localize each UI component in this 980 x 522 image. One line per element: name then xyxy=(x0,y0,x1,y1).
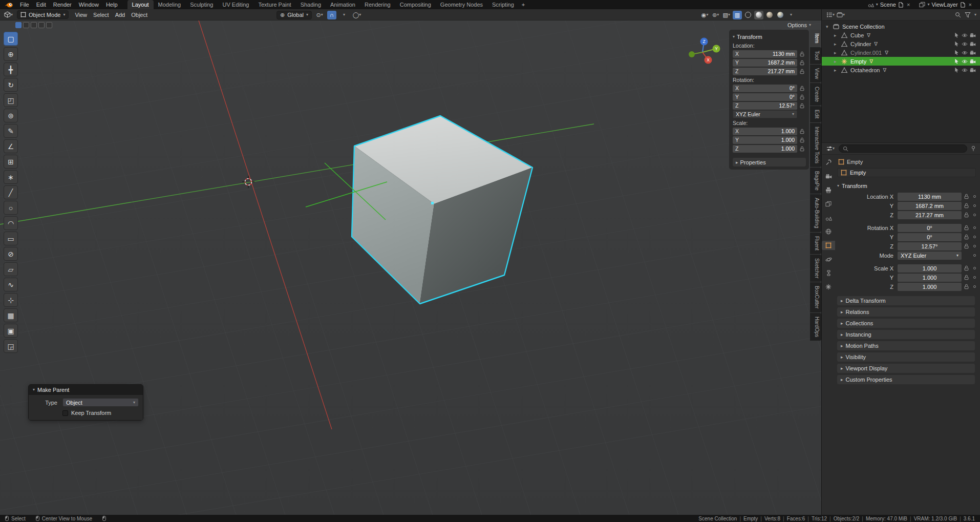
expand-arrow-icon[interactable]: ▸ xyxy=(834,68,839,73)
viewport-canvas[interactable]: Z Y X xyxy=(0,20,821,515)
lock-icon[interactable] xyxy=(964,243,971,249)
unlink-scene-button[interactable]: × xyxy=(906,2,911,8)
show-gizmo-button[interactable]: ⊚▾ xyxy=(711,11,720,19)
shading-rendered-button[interactable] xyxy=(776,11,785,19)
shading-settings-button[interactable]: ▾ xyxy=(786,11,796,19)
pivot-point-button[interactable]: ⊙▾ xyxy=(315,11,324,19)
workspace-tab[interactable]: Texture Paint xyxy=(253,0,295,9)
proportional-editing-button[interactable]: ◯▾ xyxy=(352,11,362,19)
selectable-icon[interactable] xyxy=(954,50,960,55)
lock-icon[interactable] xyxy=(799,146,806,152)
remove-view-layer-button[interactable]: × xyxy=(968,2,973,8)
animate-dot[interactable] xyxy=(973,245,976,247)
workspace-tab[interactable]: Sculpting xyxy=(185,0,218,9)
render-visibility-camera-icon[interactable] xyxy=(970,67,976,73)
select-mode-new[interactable] xyxy=(15,22,22,28)
sidebar-tab[interactable]: Interactive Tools xyxy=(810,123,821,167)
hide-eye-icon[interactable] xyxy=(962,32,968,38)
tab-view-layer[interactable] xyxy=(822,199,835,208)
make-parent-header[interactable]: ▾ Make Parent xyxy=(29,385,143,395)
collapsed-panel[interactable]: ▸ Relations xyxy=(837,307,975,317)
animate-dot[interactable] xyxy=(973,254,976,257)
workspace-tab[interactable]: Compositing xyxy=(395,0,436,9)
transform-orientation-dropdown[interactable]: ⊕ Global ▾ xyxy=(276,11,312,19)
workspace-tab[interactable]: UV Editing xyxy=(218,0,253,9)
animate-dot[interactable] xyxy=(973,267,976,269)
lock-icon[interactable] xyxy=(799,129,806,134)
workspace-tab[interactable]: Rendering xyxy=(360,0,395,9)
collapsed-panel[interactable]: ▸ Motion Paths xyxy=(837,341,975,350)
new-view-layer-icon[interactable] xyxy=(960,2,966,8)
render-visibility-camera-icon[interactable] xyxy=(970,50,976,56)
number-field[interactable]: Z 217.27 mm xyxy=(733,68,797,75)
menu-item[interactable]: Help xyxy=(102,2,121,8)
property-value-field[interactable]: 1.000 ▾ xyxy=(898,274,962,282)
new-scene-icon[interactable] xyxy=(898,2,904,8)
number-field[interactable]: X 1.000 xyxy=(733,128,797,135)
lock-icon[interactable] xyxy=(964,203,971,208)
sidebar-tab[interactable]: Fluent xyxy=(810,233,821,254)
add-workspace-button[interactable]: + xyxy=(519,0,528,9)
mode-dropdown[interactable]: Object Mode ▾ xyxy=(17,10,69,19)
properties-collapsed-panel[interactable]: ▸ Properties xyxy=(733,158,806,166)
number-field[interactable]: Y 1687.2 mm xyxy=(733,59,797,67)
animate-dot[interactable] xyxy=(973,285,976,288)
collapsed-panel[interactable]: ▸ Custom Properties xyxy=(837,375,975,384)
object-name-field[interactable]: Empty xyxy=(837,168,976,177)
animate-dot[interactable] xyxy=(973,195,976,198)
workplane-tool[interactable]: ⊹ xyxy=(4,293,18,307)
hide-eye-icon[interactable] xyxy=(962,50,968,56)
pin-icon[interactable] xyxy=(970,145,976,152)
collapsed-panel[interactable]: ▸ Viewport Display xyxy=(837,364,975,373)
lock-icon[interactable] xyxy=(799,86,806,91)
workspace-tab[interactable]: Modeling xyxy=(154,0,186,9)
property-value-field[interactable]: 1.000 ▾ xyxy=(898,283,962,291)
transform-tool[interactable]: ⊚ xyxy=(4,109,18,122)
blender-logo-icon[interactable] xyxy=(4,2,13,8)
menu-item[interactable]: File xyxy=(16,2,33,8)
number-field[interactable]: Y 0° xyxy=(733,93,797,101)
sidebar-tab[interactable]: Edit xyxy=(810,106,821,122)
lock-icon[interactable] xyxy=(964,275,971,280)
property-value-field[interactable]: 12.57° ▾ xyxy=(898,242,962,250)
lock-icon[interactable] xyxy=(964,284,971,289)
lock-icon[interactable] xyxy=(964,212,971,218)
sidebar-tab[interactable]: BagaPie xyxy=(810,168,821,194)
outliner-display-mode-button[interactable]: ▾ xyxy=(836,10,846,19)
select-mode-invert[interactable] xyxy=(38,22,45,28)
build-tool[interactable]: ▦ xyxy=(4,308,18,322)
lock-icon[interactable] xyxy=(799,60,806,66)
viewport-menu-item[interactable]: Select xyxy=(90,12,112,18)
scale-tool[interactable]: ◰ xyxy=(4,93,18,107)
view-layer-selector[interactable]: ▾ ViewLayer × xyxy=(919,2,973,8)
outliner-editor-type-button[interactable]: ▾ xyxy=(825,10,836,19)
number-field[interactable]: X 0° xyxy=(733,85,797,92)
property-value-field[interactable]: 217.27 mm ▾ xyxy=(898,211,962,219)
number-field[interactable]: X 1130 mm xyxy=(733,50,797,58)
snap-settings-button[interactable]: ▾ xyxy=(339,11,349,19)
sidebar-tab[interactable]: HardOps xyxy=(810,313,821,341)
outliner-row[interactable]: ▸ Cube ∇ xyxy=(822,31,980,39)
viewport-menu-item[interactable]: View xyxy=(72,12,90,18)
animate-dot[interactable] xyxy=(973,204,976,207)
collapsed-panel[interactable]: ▸ Visibility xyxy=(837,352,975,362)
shading-wireframe-button[interactable] xyxy=(743,11,753,19)
lock-icon[interactable] xyxy=(964,234,971,240)
expand-arrow-icon[interactable]: ▸ xyxy=(834,33,839,38)
shading-material-button[interactable] xyxy=(765,11,774,19)
collapsed-panel[interactable]: ▸ Instancing xyxy=(837,330,975,339)
add-line-tool[interactable]: ╱ xyxy=(4,185,18,199)
sidebar-tab[interactable]: Tool xyxy=(810,47,821,64)
expand-arrow-icon[interactable]: ▸ xyxy=(834,50,839,55)
hide-eye-icon[interactable] xyxy=(962,67,968,73)
outliner-row[interactable]: ▸ Cylinder.001 ∇ xyxy=(822,48,980,57)
outliner-row[interactable]: ▸ Octahedron ∇ xyxy=(822,66,980,74)
property-value-field[interactable]: 0° ▾ xyxy=(898,233,962,241)
clip-tool[interactable]: ◲ xyxy=(4,339,18,353)
lock-icon[interactable] xyxy=(799,94,806,100)
outliner-row[interactable]: ▸ Cylinder ∇ xyxy=(822,39,980,48)
selectable-icon[interactable] xyxy=(954,58,960,64)
lock-icon[interactable] xyxy=(799,69,806,74)
animate-dot[interactable] xyxy=(973,276,976,279)
expand-arrow-icon[interactable]: ▾ xyxy=(826,24,831,29)
